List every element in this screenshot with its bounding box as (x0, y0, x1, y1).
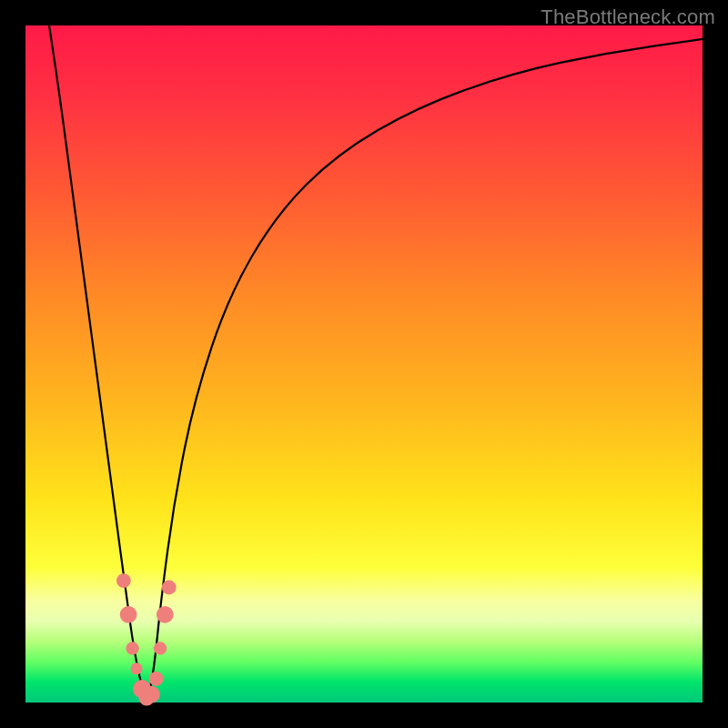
curve-marker (162, 581, 177, 595)
plot-area (25, 25, 703, 703)
curve-marker (149, 672, 164, 686)
curve-right-branch (147, 39, 703, 703)
curve-marker (154, 642, 167, 654)
curve-marker (120, 606, 137, 623)
curve-marker (157, 606, 174, 623)
curve-marker (126, 642, 138, 654)
chart-svg (25, 25, 703, 703)
curve-left-branch (49, 25, 147, 703)
watermark-text: TheBottleneck.com (541, 5, 715, 29)
curve-marker (143, 686, 160, 703)
curve-marker (116, 573, 131, 588)
chart-frame: TheBottleneck.com (0, 0, 728, 728)
curve-marker (131, 662, 143, 674)
